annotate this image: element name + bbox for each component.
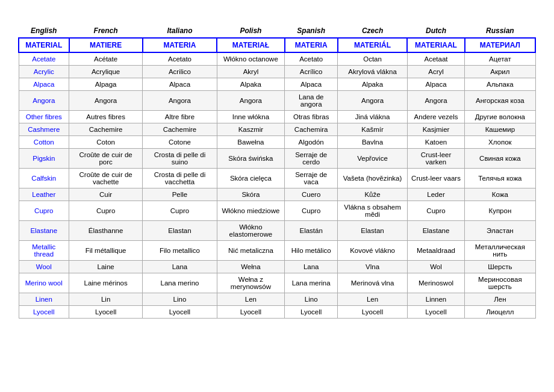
translation-cell: Angora [338,91,408,111]
table-row: Metallic threadFil métalliqueFilo metall… [19,241,535,261]
translation-cell: Свиная кожа [465,149,535,169]
translation-cell: Lyocell [217,306,284,319]
translation-cell: Vašeta (hovězinka) [338,169,408,188]
translation-cell: Metaaldraad [407,241,464,261]
translation-cell: Algodón [285,136,338,149]
translation-cell: Alpaka [338,78,408,91]
translation-cell: Angora [69,91,143,111]
translation-cell: Crosta di pelle di vacchetta [143,169,217,188]
translation-cell: Ангорская коза [465,91,535,111]
translation-cell: Lino [285,293,338,306]
translation-cell: Ацетат [465,52,535,66]
column-headers-row: EnglishFrenchItalianoPolishSpanishCzechD… [19,24,535,38]
column-header-czech: Czech [338,24,408,38]
translation-cell: Alpaca [407,78,464,91]
translation-cell: Filo metallico [143,241,217,261]
translation-cell: Hilo metálico [285,241,338,261]
table-row: LinenLinLinoLenLinoLenLinnenЛен [19,293,535,306]
translation-cell: Serraje de vaca [285,169,338,188]
translation-cell: Acrílico [285,66,338,78]
translation-cell: Телячья кожа [465,169,535,188]
english-term: Elastane [19,221,69,241]
material-header-cell-2: MATERIA [143,38,217,52]
translation-cell: Coton [69,136,143,149]
translation-cell: Akryl [217,66,284,78]
translation-cell: Skóra świńska [217,149,284,169]
table-row: LeatherCuirPelleSkóraCueroKůžeLederКожа [19,188,535,201]
translation-cell: Alpaca [285,78,338,91]
table-row: AcetateAcétateAcetatoWłókno octanoweAcet… [19,52,535,66]
translation-cell: Alpaka [217,78,284,91]
translation-cell: Cachemire [69,123,143,136]
english-term: Calfskin [19,169,69,188]
translation-cell: Elastan [338,221,408,241]
translation-cell: Cuir [69,188,143,201]
material-header-cell-4: MATERIA [285,38,338,52]
translation-cell: Kasjmier [407,123,464,136]
table-row: Merino woolLaine mérinosLana merinoWełna… [19,273,535,293]
translation-cell: Шерсть [465,261,535,273]
translation-cell: Otras fibras [285,111,338,123]
translation-cell: Crust-leer vaars [407,169,464,188]
translation-cell: Autres fibres [69,111,143,123]
table-row: LyocellLyocellLyocellLyocellLyocellLyoce… [19,306,535,319]
translation-cell: Cupro [407,201,464,221]
translation-cell: Lana [143,261,217,273]
translation-cell: Andere vezels [407,111,464,123]
column-header-polish: Polish [217,24,284,38]
translation-cell: Acetato [285,52,338,66]
table-row: CashmereCachemireCachemireKaszmirCachemi… [19,123,535,136]
translation-cell: Włókno elastomerowe [217,221,284,241]
translation-cell: Kaszmir [217,123,284,136]
translation-cell: Merinoswol [407,273,464,293]
english-term: Pigskin [19,149,69,169]
translation-cell: Bawełna [217,136,284,149]
english-term: Cashmere [19,123,69,136]
table-row: AcrylicAcryliqueAcrilicoAkrylAcrílicoAkr… [19,66,535,78]
table-row: CalfskinCroûte de cuir de vachetteCrosta… [19,169,535,188]
translation-cell: Alpaca [143,78,217,91]
translation-cell: Len [338,293,408,306]
translation-cell: Лен [465,293,535,306]
translation-cell: Fil métallique [69,241,143,261]
translation-cell: Lana [285,261,338,273]
translation-cell: Altre fibre [143,111,217,123]
translation-cell: Cuero [285,188,338,201]
translation-cell: Кожа [465,188,535,201]
translation-cell: Альпака [465,78,535,91]
translation-cell: Lana merino [143,273,217,293]
translation-cell: Cachemire [143,123,217,136]
column-header-spanish: Spanish [285,24,338,38]
english-term: Cupro [19,201,69,221]
english-term: Acrylic [19,66,69,78]
translation-cell: Angora [143,91,217,111]
material-header-row: MATERIALMATIEREMATERIAMATERIAŁMATERIAMAT… [19,38,535,52]
material-header-cell-5: MATERIÁL [338,38,408,52]
translation-cell: Лиоцелл [465,306,535,319]
translation-cell: Crosta di pelle di suino [143,149,217,169]
translation-cell: Хлопок [465,136,535,149]
translation-cell: Kašmír [338,123,408,136]
english-term: Acetate [19,52,69,66]
column-header-dutch: Dutch [407,24,464,38]
translation-cell: Acetaat [407,52,464,66]
translation-cell: Эластан [465,221,535,241]
translation-cell: Acétate [69,52,143,66]
translation-cell: Lyocell [338,306,408,319]
translation-cell: Lyocell [285,306,338,319]
english-term: Merino wool [19,273,69,293]
translation-cell: Vlna [338,261,408,273]
table-row: Other fibresAutres fibresAltre fibreInne… [19,111,535,123]
translation-cell: Elastán [285,221,338,241]
translation-cell: Cupro [69,201,143,221]
translation-cell: Wełna z merynowsów [217,273,284,293]
translation-cell: Laine mérinos [69,273,143,293]
translation-cell: Bavlna [338,136,408,149]
translation-cell: Elastan [143,221,217,241]
materials-table: EnglishFrenchItalianoPolishSpanishCzechD… [18,24,536,319]
translation-cell: Wełna [217,261,284,273]
column-header-russian: Russian [465,24,535,38]
translation-cell: Len [217,293,284,306]
translation-cell: Cotone [143,136,217,149]
translation-cell: Vepřovice [338,149,408,169]
